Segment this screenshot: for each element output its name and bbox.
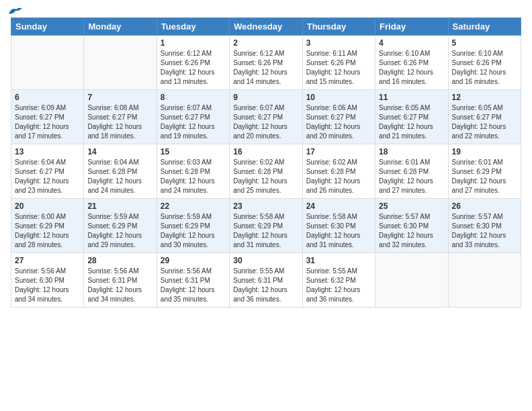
calendar-day-cell: 27Sunrise: 5:56 AMSunset: 6:30 PMDayligh… bbox=[11, 253, 84, 308]
day-info: Sunrise: 6:03 AMSunset: 6:28 PMDaylight:… bbox=[161, 158, 226, 195]
day-number: 22 bbox=[161, 201, 226, 211]
calendar-week-row: 13Sunrise: 6:04 AMSunset: 6:27 PMDayligh… bbox=[11, 144, 521, 199]
col-header-saturday: Saturday bbox=[448, 18, 521, 36]
day-number: 25 bbox=[379, 201, 444, 211]
day-info: Sunrise: 5:56 AMSunset: 6:31 PMDaylight:… bbox=[161, 267, 226, 304]
calendar-day-cell: 2Sunrise: 6:12 AMSunset: 6:26 PMDaylight… bbox=[230, 36, 302, 90]
day-info: Sunrise: 6:00 AMSunset: 6:29 PMDaylight:… bbox=[15, 212, 80, 250]
day-number: 8 bbox=[161, 93, 226, 102]
col-header-friday: Friday bbox=[375, 18, 448, 36]
calendar-day-cell: 22Sunrise: 5:59 AMSunset: 6:29 PMDayligh… bbox=[157, 199, 229, 253]
day-info: Sunrise: 6:10 AMSunset: 6:26 PMDaylight:… bbox=[379, 49, 444, 87]
day-info: Sunrise: 6:12 AMSunset: 6:26 PMDaylight:… bbox=[161, 49, 226, 87]
calendar-day-cell: 10Sunrise: 6:06 AMSunset: 6:27 PMDayligh… bbox=[302, 90, 375, 144]
day-info: Sunrise: 6:04 AMSunset: 6:27 PMDaylight:… bbox=[15, 158, 80, 195]
calendar-day-cell: 15Sunrise: 6:03 AMSunset: 6:28 PMDayligh… bbox=[157, 144, 229, 199]
col-header-thursday: Thursday bbox=[302, 18, 375, 36]
day-number: 20 bbox=[15, 201, 80, 211]
day-number: 18 bbox=[379, 147, 444, 156]
calendar-day-cell: 16Sunrise: 6:02 AMSunset: 6:28 PMDayligh… bbox=[230, 144, 302, 199]
calendar-day-cell: 30Sunrise: 5:55 AMSunset: 6:31 PMDayligh… bbox=[230, 253, 302, 308]
calendar-day-cell: 9Sunrise: 6:07 AMSunset: 6:27 PMDaylight… bbox=[230, 90, 302, 144]
day-number: 3 bbox=[306, 38, 371, 48]
calendar-week-row: 20Sunrise: 6:00 AMSunset: 6:29 PMDayligh… bbox=[11, 199, 521, 253]
day-info: Sunrise: 6:01 AMSunset: 6:29 PMDaylight:… bbox=[452, 158, 517, 195]
calendar-day-cell bbox=[84, 36, 157, 90]
day-number: 15 bbox=[161, 147, 226, 156]
calendar-day-cell: 18Sunrise: 6:01 AMSunset: 6:28 PMDayligh… bbox=[375, 144, 448, 199]
page-header bbox=[11, 11, 521, 12]
day-info: Sunrise: 6:05 AMSunset: 6:27 PMDaylight:… bbox=[379, 103, 444, 141]
calendar-table: SundayMondayTuesdayWednesdayThursdayFrid… bbox=[11, 17, 521, 308]
day-info: Sunrise: 6:11 AMSunset: 6:26 PMDaylight:… bbox=[306, 49, 371, 87]
day-number: 28 bbox=[87, 256, 152, 265]
day-number: 27 bbox=[15, 256, 80, 265]
calendar-day-cell: 12Sunrise: 6:05 AMSunset: 6:27 PMDayligh… bbox=[448, 90, 521, 144]
calendar-day-cell: 5Sunrise: 6:10 AMSunset: 6:26 PMDaylight… bbox=[448, 36, 521, 90]
calendar-day-cell: 21Sunrise: 5:59 AMSunset: 6:29 PMDayligh… bbox=[84, 199, 157, 253]
calendar-day-cell: 3Sunrise: 6:11 AMSunset: 6:26 PMDaylight… bbox=[302, 36, 375, 90]
calendar-week-row: 1Sunrise: 6:12 AMSunset: 6:26 PMDaylight… bbox=[11, 36, 521, 90]
day-info: Sunrise: 6:02 AMSunset: 6:28 PMDaylight:… bbox=[306, 158, 371, 195]
calendar-header-row: SundayMondayTuesdayWednesdayThursdayFrid… bbox=[11, 18, 521, 36]
day-info: Sunrise: 6:07 AMSunset: 6:27 PMDaylight:… bbox=[161, 103, 226, 141]
day-number: 16 bbox=[233, 147, 298, 156]
day-number: 13 bbox=[15, 147, 80, 156]
calendar-day-cell: 31Sunrise: 5:55 AMSunset: 6:32 PMDayligh… bbox=[302, 253, 375, 308]
col-header-monday: Monday bbox=[84, 18, 157, 36]
day-number: 2 bbox=[233, 38, 298, 48]
day-number: 23 bbox=[233, 201, 298, 211]
day-number: 31 bbox=[306, 256, 371, 265]
calendar-day-cell: 8Sunrise: 6:07 AMSunset: 6:27 PMDaylight… bbox=[157, 90, 229, 144]
day-number: 26 bbox=[452, 201, 517, 211]
day-info: Sunrise: 6:06 AMSunset: 6:27 PMDaylight:… bbox=[306, 103, 371, 141]
day-number: 19 bbox=[452, 147, 517, 156]
day-info: Sunrise: 5:58 AMSunset: 6:30 PMDaylight:… bbox=[306, 212, 371, 250]
day-info: Sunrise: 6:05 AMSunset: 6:27 PMDaylight:… bbox=[452, 103, 517, 141]
day-info: Sunrise: 5:55 AMSunset: 6:31 PMDaylight:… bbox=[233, 267, 298, 304]
day-number: 9 bbox=[233, 93, 298, 102]
calendar-day-cell: 4Sunrise: 6:10 AMSunset: 6:26 PMDaylight… bbox=[375, 36, 448, 90]
calendar-day-cell: 24Sunrise: 5:58 AMSunset: 6:30 PMDayligh… bbox=[302, 199, 375, 253]
day-number: 10 bbox=[306, 93, 371, 102]
day-number: 4 bbox=[379, 38, 444, 48]
day-info: Sunrise: 5:56 AMSunset: 6:31 PMDaylight:… bbox=[87, 267, 152, 304]
day-info: Sunrise: 6:09 AMSunset: 6:27 PMDaylight:… bbox=[15, 103, 80, 141]
calendar-day-cell: 13Sunrise: 6:04 AMSunset: 6:27 PMDayligh… bbox=[11, 144, 84, 199]
day-number: 5 bbox=[452, 38, 517, 48]
day-info: Sunrise: 5:57 AMSunset: 6:30 PMDaylight:… bbox=[452, 212, 517, 250]
calendar-day-cell: 17Sunrise: 6:02 AMSunset: 6:28 PMDayligh… bbox=[302, 144, 375, 199]
day-info: Sunrise: 5:55 AMSunset: 6:32 PMDaylight:… bbox=[306, 267, 371, 304]
day-info: Sunrise: 5:58 AMSunset: 6:29 PMDaylight:… bbox=[233, 212, 298, 250]
day-info: Sunrise: 5:56 AMSunset: 6:30 PMDaylight:… bbox=[15, 267, 80, 304]
calendar-day-cell: 28Sunrise: 5:56 AMSunset: 6:31 PMDayligh… bbox=[84, 253, 157, 308]
day-number: 21 bbox=[87, 201, 152, 211]
day-number: 29 bbox=[161, 256, 226, 265]
day-number: 30 bbox=[233, 256, 298, 265]
col-header-wednesday: Wednesday bbox=[230, 18, 302, 36]
logo-bird-icon bbox=[8, 5, 23, 17]
day-info: Sunrise: 6:07 AMSunset: 6:27 PMDaylight:… bbox=[233, 103, 298, 141]
col-header-tuesday: Tuesday bbox=[157, 18, 229, 36]
day-number: 6 bbox=[15, 93, 80, 102]
day-info: Sunrise: 6:10 AMSunset: 6:26 PMDaylight:… bbox=[452, 49, 517, 87]
day-number: 7 bbox=[87, 93, 152, 102]
day-info: Sunrise: 6:08 AMSunset: 6:27 PMDaylight:… bbox=[87, 103, 152, 141]
calendar-day-cell: 7Sunrise: 6:08 AMSunset: 6:27 PMDaylight… bbox=[84, 90, 157, 144]
calendar-day-cell: 26Sunrise: 5:57 AMSunset: 6:30 PMDayligh… bbox=[448, 199, 521, 253]
day-number: 17 bbox=[306, 147, 371, 156]
calendar-day-cell: 11Sunrise: 6:05 AMSunset: 6:27 PMDayligh… bbox=[375, 90, 448, 144]
day-info: Sunrise: 6:01 AMSunset: 6:28 PMDaylight:… bbox=[379, 158, 444, 195]
calendar-day-cell: 14Sunrise: 6:04 AMSunset: 6:28 PMDayligh… bbox=[84, 144, 157, 199]
calendar-day-cell: 25Sunrise: 5:57 AMSunset: 6:30 PMDayligh… bbox=[375, 199, 448, 253]
calendar-day-cell: 19Sunrise: 6:01 AMSunset: 6:29 PMDayligh… bbox=[448, 144, 521, 199]
calendar-day-cell bbox=[448, 253, 521, 308]
calendar-day-cell bbox=[11, 36, 84, 90]
calendar-day-cell: 29Sunrise: 5:56 AMSunset: 6:31 PMDayligh… bbox=[157, 253, 229, 308]
calendar-day-cell: 6Sunrise: 6:09 AMSunset: 6:27 PMDaylight… bbox=[11, 90, 84, 144]
day-number: 1 bbox=[161, 38, 226, 48]
day-number: 12 bbox=[452, 93, 517, 102]
calendar-day-cell: 1Sunrise: 6:12 AMSunset: 6:26 PMDaylight… bbox=[157, 36, 229, 90]
day-info: Sunrise: 5:57 AMSunset: 6:30 PMDaylight:… bbox=[379, 212, 444, 250]
day-info: Sunrise: 6:12 AMSunset: 6:26 PMDaylight:… bbox=[233, 49, 298, 87]
